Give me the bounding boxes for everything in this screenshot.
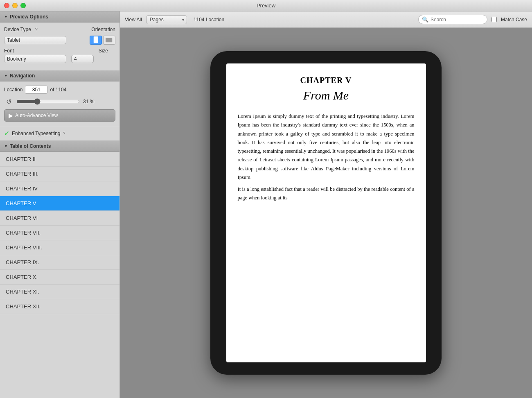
toc-item-chapter-11[interactable]: CHAPTER XI. [0, 285, 119, 299]
orientation-label: Orientation [91, 27, 115, 32]
minimize-button[interactable] [12, 3, 18, 8]
toc-header[interactable]: ▼ Table of Contents [0, 141, 119, 152]
chapter-subtitle: From Me [238, 88, 415, 102]
tablet-device: CHAPTER V From Me Lorem Ipsum is simply … [210, 51, 442, 375]
font-select[interactable]: Bookerly Georgia Helvetica [4, 55, 66, 63]
location-display: 1104 Location [194, 17, 224, 23]
auto-advance-label: Auto-Advance View [15, 113, 58, 118]
check-icon: ✓ [4, 129, 9, 137]
location-label: Location [4, 87, 23, 93]
page-body-2: It is a long established fact that a rea… [238, 185, 415, 203]
view-all-label: View All [125, 17, 142, 23]
navigation-label: Navigation [10, 73, 35, 79]
reader-area: ❮ CHAPTER V From Me Lorem Ipsum is simpl… [120, 28, 532, 398]
page-body-1: Lorem Ipsum is simply dummy text of the … [238, 112, 415, 182]
enhanced-typesetting-row: ✓ Enhanced Typesetting ? [0, 126, 119, 141]
slider-row: ↺ 31 % [4, 97, 115, 106]
pages-select-wrap: Pages Locations Chapter [146, 15, 187, 24]
orientation-group [90, 36, 115, 45]
main-layout: ▼ Preview Options Device Type ? Orientat… [0, 11, 532, 398]
tablet-screen: CHAPTER V From Me Lorem Ipsum is simply … [226, 63, 426, 362]
search-input[interactable] [431, 17, 484, 23]
main-area: View All Pages Locations Chapter 1104 Lo… [120, 11, 532, 398]
toc-item-chapter-10[interactable]: CHAPTER X. [0, 270, 119, 285]
chapter-title: CHAPTER V [238, 76, 415, 85]
pages-select[interactable]: Pages Locations Chapter [146, 15, 187, 24]
enhanced-typesetting-label: Enhanced Typesetting [12, 131, 61, 136]
toc-triangle: ▼ [4, 144, 8, 148]
orientation-portrait-button[interactable] [90, 36, 102, 45]
size-label: Size [99, 48, 108, 54]
enhanced-typesetting-help: ? [63, 131, 65, 136]
orientation-landscape-button[interactable] [103, 36, 115, 45]
toc-item-chapter-9[interactable]: CHAPTER IX. [0, 255, 119, 270]
toc-item-chapter-6[interactable]: CHAPTER VI [0, 211, 119, 226]
window-title: Preview [257, 2, 275, 9]
toc-item-chapter-8[interactable]: CHAPTER VIII. [0, 240, 119, 255]
match-case-checkbox[interactable] [491, 17, 497, 22]
preview-options-triangle: ▼ [4, 15, 8, 19]
location-input[interactable] [25, 86, 47, 94]
close-button[interactable] [4, 3, 9, 8]
page-content: CHAPTER V From Me Lorem Ipsum is simply … [226, 63, 426, 211]
titlebar: Preview [0, 0, 532, 11]
navigation-triangle: ▼ [4, 74, 8, 78]
maximize-button[interactable] [20, 3, 26, 8]
window-controls [4, 3, 26, 8]
undo-button[interactable]: ↺ [4, 97, 13, 106]
location-row: Location of 1104 [4, 86, 115, 94]
location-of: of 1104 [50, 87, 66, 93]
search-icon: 🔍 [422, 16, 428, 23]
toc-item-chapter-5[interactable]: CHAPTER V [0, 196, 119, 211]
preview-options-body: Device Type ? Orientation Tablet Phone D… [0, 23, 119, 70]
font-label: Font [4, 48, 14, 54]
font-size-labels-row: Font Size [4, 48, 115, 54]
location-slider[interactable] [16, 98, 80, 105]
font-size-controls-row: Bookerly Georgia Helvetica 12345 [4, 55, 115, 63]
device-controls-row: Tablet Phone Desktop [4, 36, 115, 45]
device-type-row: Device Type ? Orientation [4, 27, 115, 32]
size-select[interactable]: 12345 [71, 55, 94, 63]
svg-rect-0 [94, 36, 98, 43]
sidebar: ▼ Preview Options Device Type ? Orientat… [0, 11, 120, 398]
auto-advance-icon: ▶ [9, 112, 13, 119]
preview-options-header[interactable]: ▼ Preview Options [0, 11, 119, 23]
toc-list: CHAPTER II CHAPTER III. CHAPTER IV CHAPT… [0, 152, 119, 314]
device-type-label: Device Type [4, 27, 31, 32]
search-box: 🔍 [418, 15, 487, 24]
toc-item-chapter-2[interactable]: CHAPTER II [0, 152, 119, 167]
svg-rect-1 [106, 38, 112, 42]
device-type-select[interactable]: Tablet Phone Desktop [4, 36, 66, 44]
navigation-body: Location of 1104 ↺ 31 % ▶ Auto-Advance V… [0, 81, 119, 126]
toc-item-chapter-3[interactable]: CHAPTER III. [0, 167, 119, 181]
navigation-header[interactable]: ▼ Navigation [0, 70, 119, 81]
match-case-label: Match Case [501, 17, 527, 23]
toc-item-chapter-7[interactable]: CHAPTER VII. [0, 226, 119, 240]
auto-advance-button[interactable]: ▶ Auto-Advance View [4, 109, 115, 122]
toolbar: View All Pages Locations Chapter 1104 Lo… [120, 11, 532, 28]
toc-label: Table of Contents [10, 143, 51, 149]
toc-item-chapter-4[interactable]: CHAPTER IV [0, 181, 119, 196]
toc-item-chapter-12[interactable]: CHAPTER XII. [0, 299, 119, 314]
device-type-help: ? [35, 27, 38, 32]
percent-label: 31 % [83, 99, 94, 104]
preview-options-label: Preview Options [10, 14, 48, 20]
